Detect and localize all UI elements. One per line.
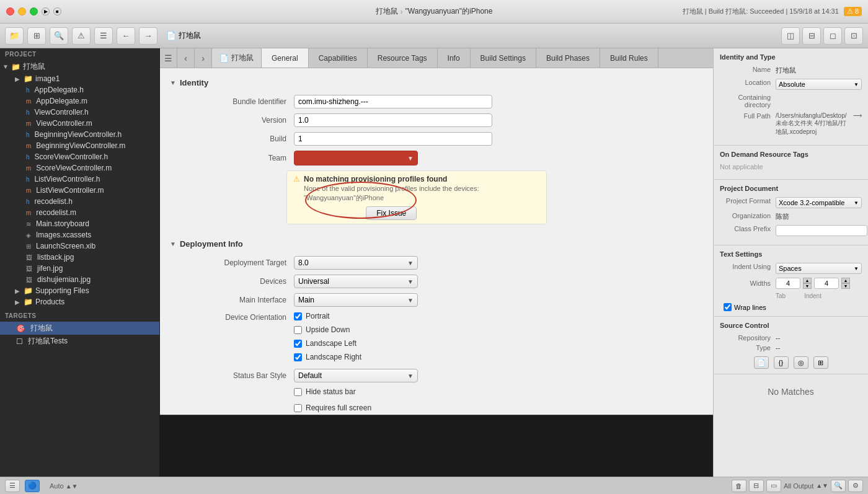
sidebar-item-listvc-m[interactable]: m ListViewController.m (0, 185, 159, 196)
sidebar-item-main-storyboard[interactable]: ≋ Main.storyboard (0, 218, 159, 229)
bundle-identifier-input[interactable] (294, 95, 492, 108)
version-input[interactable] (294, 113, 492, 127)
sidebar-item-jifen[interactable]: 🖼 jifen.jpg (0, 263, 159, 274)
sidebar-item-launchscreen[interactable]: ⊞ LaunchScreen.xib (0, 240, 159, 252)
toolbar-warn-btn[interactable]: ⚠ (72, 27, 91, 45)
indent-using-select[interactable]: Spaces ▼ (776, 263, 862, 274)
close-button[interactable] (6, 7, 14, 15)
tab-build-rules[interactable]: Build Rules (600, 48, 658, 68)
sidebar-item-listback[interactable]: 🖼 listback.jpg (0, 252, 159, 263)
bottom-view-split-btn[interactable]: ⊟ (749, 480, 764, 492)
tab-width-stepper[interactable]: ▲ ▼ (803, 278, 812, 289)
tab-width-increment[interactable]: ▲ (803, 278, 812, 283)
tab-width-decrement[interactable]: ▼ (803, 283, 812, 289)
toolbar-search-btn[interactable]: 🔍 (50, 27, 68, 45)
bottom-search-btn[interactable]: 🔍 (831, 480, 846, 492)
sidebar-item-viewcontroller-m[interactable]: m ViewController.m (0, 118, 159, 129)
tab-resource-tags[interactable]: Resource Tags (368, 48, 438, 68)
sidebar-item-scorevc-h[interactable]: h ScoreViewController.h (0, 151, 159, 162)
sidebar-item-recodelist-h[interactable]: h recodelist.h (0, 196, 159, 207)
toolbar-copy-btn[interactable]: ⊞ (27, 27, 46, 45)
devices-select[interactable]: Universal ▼ (294, 275, 418, 288)
fix-issue-button[interactable]: Fix Issue (366, 206, 417, 220)
sidebar-label-project: 打地鼠 (23, 61, 45, 72)
landscape-left-checkbox[interactable] (294, 340, 302, 348)
class-prefix-input[interactable] (776, 225, 867, 236)
sidebar-item-target-tests[interactable]: ☐ 打地鼠Tests (0, 335, 159, 348)
source-ctrl-json-btn[interactable]: {} (774, 356, 789, 369)
right-class-prefix-row: Class Prefix (720, 225, 862, 236)
toolbar-right-btn4[interactable]: ⊡ (844, 27, 863, 45)
sidebar-label: ViewController.m (36, 119, 92, 128)
tab-capabilities[interactable]: Capabilities (309, 48, 368, 68)
build-input[interactable] (294, 132, 492, 146)
toolbar-right-btn3[interactable]: ◻ (823, 27, 842, 45)
device-orientation-row: Device Orientation Portrait Upside Down (170, 312, 703, 364)
tab-build-phases[interactable]: Build Phases (536, 48, 600, 68)
bottom-sidebar-toggle[interactable]: ☰ (5, 480, 20, 492)
jpg-icon: 🖼 (26, 276, 32, 283)
project-doc-title: Project Document (720, 185, 862, 192)
bottom-view-single-btn[interactable]: ▭ (766, 480, 781, 492)
toolbar-arrow-right-btn[interactable]: → (139, 27, 157, 45)
indent-width-decrement[interactable]: ▼ (841, 283, 850, 289)
sidebar-item-scorevc-m[interactable]: m ScoreViewController.m (0, 162, 159, 174)
sidebar-item-target-main[interactable]: 🎯 打地鼠 (0, 322, 159, 335)
status-bar-style-select[interactable]: Default ▼ (294, 369, 418, 382)
bottom-flag-btn[interactable]: 🔵 (25, 480, 40, 492)
indent-width-stepper[interactable]: ▲ ▼ (841, 278, 850, 289)
status-bar-style-row: Status Bar Style Default ▼ (170, 369, 703, 382)
team-dropdown[interactable]: ████████████ ▼ (294, 151, 418, 165)
tab-general[interactable]: General (262, 48, 309, 68)
maximize-button[interactable] (30, 7, 38, 15)
right-location-select[interactable]: Absolute ▼ (776, 79, 862, 90)
source-ctrl-add-btn[interactable]: 📄 (754, 356, 769, 369)
sidebar-item-image1[interactable]: ▶ 📁 image1 (0, 73, 159, 84)
sidebar-item-dishujiemian[interactable]: 🖼 dishujiemian.jpg (0, 274, 159, 285)
sidebar-item-project[interactable]: ▼ 📁 打地鼠 (0, 60, 159, 73)
bottom-settings-btn[interactable]: ⚙ (848, 480, 863, 492)
sidebar-item-appdelegate-h[interactable]: h AppDelegate.h (0, 84, 159, 95)
tab-build-settings[interactable]: Build Settings (471, 48, 536, 68)
source-ctrl-grid-btn[interactable]: ⊞ (813, 356, 828, 369)
bottom-trash-btn[interactable]: 🗑 (732, 480, 746, 492)
indent-width-increment[interactable]: ▲ (841, 278, 850, 283)
not-applicable-value: Not applicable (720, 163, 862, 170)
portrait-checkbox[interactable] (294, 312, 302, 320)
toolbar-right-btn2[interactable]: ⊟ (802, 27, 821, 45)
toolbar-right-btn1[interactable]: ◫ (781, 27, 800, 45)
upside-down-checkbox[interactable] (294, 326, 302, 334)
sidebar-item-viewcontroller-h[interactable]: h ViewController.h (0, 107, 159, 118)
stop-button[interactable]: ■ (53, 7, 61, 15)
sidebar-item-beginningvc-h[interactable]: h BeginningViewController.h (0, 129, 159, 140)
toolbar-list-btn[interactable]: ☰ (94, 27, 113, 45)
sidebar-item-beginningvc-m[interactable]: m BeginningViewController.m (0, 140, 159, 151)
sidebar-item-listvc-h[interactable]: h ListViewController.h (0, 174, 159, 185)
sidebar-item-images-xcassets[interactable]: ◈ Images.xcassets (0, 229, 159, 240)
sidebar-item-supporting-files[interactable]: ▶ 📁 Supporting Files (0, 285, 159, 296)
right-source-control-section: Source Control Repository -- Type -- 📄 {… (714, 317, 868, 374)
sidebar-item-appdelegate-m[interactable]: m AppDelegate.m (0, 95, 159, 107)
sidebar-label: ListViewController.h (35, 175, 100, 183)
minimize-button[interactable] (18, 7, 26, 15)
requires-full-screen-checkbox[interactable] (294, 404, 302, 412)
hide-status-bar-checkbox[interactable] (294, 388, 302, 396)
wrap-lines-checkbox[interactable] (724, 303, 732, 311)
sidebar-item-recodelist-m[interactable]: m recodelist.m (0, 207, 159, 218)
tab-nav-next[interactable]: › (195, 48, 212, 68)
sidebar-toggle-btn[interactable]: ☰ (160, 48, 177, 68)
full-path-browse-icon[interactable]: ⟶ (853, 112, 862, 119)
tab-info[interactable]: Info (438, 48, 471, 68)
project-format-select[interactable]: Xcode 3.2-compatible ▼ (776, 197, 862, 208)
toolbar-arrow-left-btn[interactable]: ← (117, 27, 135, 45)
main-interface-select[interactable]: Main ▼ (294, 293, 418, 307)
landscape-right-checkbox[interactable] (294, 353, 302, 361)
tab-width-input[interactable] (776, 278, 800, 289)
deployment-target-select[interactable]: 8.0 ▼ (294, 256, 418, 270)
play-button[interactable]: ▶ (42, 7, 50, 15)
indent-width-input[interactable] (814, 278, 839, 289)
sidebar-item-products[interactable]: ▶ 📁 Products (0, 296, 159, 307)
tab-nav-prev[interactable]: ‹ (177, 48, 195, 68)
source-ctrl-circle-btn[interactable]: ◎ (794, 356, 808, 369)
toolbar-folder-btn[interactable]: 📁 (5, 27, 24, 45)
